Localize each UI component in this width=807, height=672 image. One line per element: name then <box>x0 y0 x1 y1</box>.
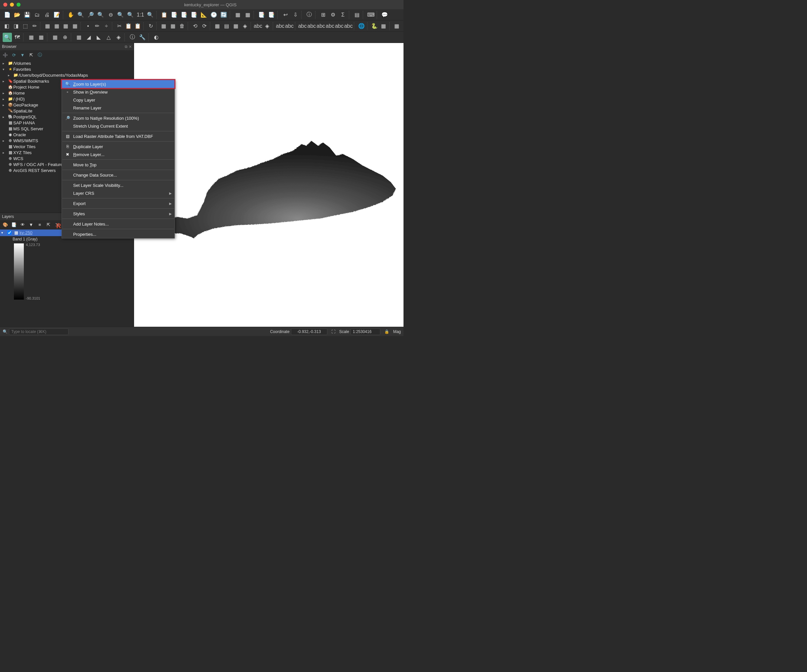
minimize-window-button[interactable] <box>10 3 14 7</box>
layer-collapse-icon[interactable]: ⇱ <box>45 222 51 228</box>
toolbar-button[interactable]: 🔍 <box>3 33 12 42</box>
toolbar-button[interactable]: ⚙ <box>328 10 338 20</box>
toolbar-button[interactable]: ▦ <box>231 22 240 31</box>
chevron-down-icon[interactable]: ▾ <box>1 231 6 235</box>
context-menu-item[interactable]: ⎘Duplicate Layer <box>62 142 174 151</box>
toolbar-button[interactable]: abc <box>298 22 307 31</box>
toolbar-button[interactable]: ⟳ <box>200 22 209 31</box>
toolbar-button[interactable]: ▦ <box>159 22 168 31</box>
toolbar-button[interactable]: ⬚ <box>21 22 30 31</box>
toolbar-button[interactable]: ⊖ <box>106 10 115 20</box>
toolbar-button[interactable]: ▦ <box>71 22 80 31</box>
chevron-icon[interactable]: ▸ <box>3 97 7 101</box>
context-menu-item[interactable]: Styles▶ <box>62 210 174 218</box>
toolbar-button[interactable]: 🗺 <box>13 33 22 42</box>
toolbar-button[interactable]: ✋ <box>66 10 75 20</box>
panel-undock-icon[interactable]: ⧉ <box>125 45 128 49</box>
toolbar-button[interactable]: 🔍 <box>96 10 105 20</box>
toolbar-button[interactable]: △ <box>104 33 113 42</box>
toolbar-button[interactable]: abc <box>335 22 344 31</box>
toolbar-button[interactable]: ÷ <box>102 22 111 31</box>
toolbar-button[interactable]: 🔄 <box>219 10 228 20</box>
toolbar-button[interactable]: ⇩ <box>291 10 300 20</box>
collapse-icon[interactable]: ⇱ <box>28 51 35 58</box>
toolbar-button[interactable]: 📝 <box>52 10 61 20</box>
toolbar-button[interactable]: ▦ <box>213 22 222 31</box>
context-menu-item[interactable]: Layer CRS▶ <box>62 189 174 197</box>
context-menu-item[interactable]: Export▶ <box>62 199 174 207</box>
context-menu-item[interactable]: ✖Remove Layer... <box>62 151 174 159</box>
layer-visibility-icon[interactable]: 👁 <box>19 222 26 228</box>
toolbar-button[interactable]: 📋 <box>159 10 169 20</box>
toolbar-button[interactable]: ▦ <box>243 10 252 20</box>
maximize-window-button[interactable] <box>17 3 20 7</box>
context-menu-item[interactable]: Move to Top <box>62 161 174 169</box>
layer-filter-icon[interactable]: ▼ <box>28 222 35 228</box>
toolbar-button[interactable]: 📋 <box>125 22 133 31</box>
toolbar-button[interactable]: ✏ <box>30 22 39 31</box>
toolbar-button[interactable]: 🔍 <box>116 10 125 20</box>
toolbar-button[interactable]: 🔍 <box>76 10 85 20</box>
toolbar-button[interactable]: ◐ <box>152 33 161 42</box>
coordinate-input[interactable] <box>291 328 327 335</box>
toolbar-button[interactable]: ◢ <box>84 33 93 42</box>
properties-icon[interactable]: ⓘ <box>37 51 43 58</box>
toolbar-button[interactable]: 🔍 <box>146 10 155 20</box>
chevron-icon[interactable]: ▸ <box>3 115 7 119</box>
locate-input[interactable] <box>9 328 68 335</box>
toolbar-button[interactable]: ▦ <box>379 22 388 31</box>
toolbar-button[interactable]: abc <box>326 22 334 31</box>
toolbar-button[interactable]: 1:1 <box>136 10 145 20</box>
toolbar-button[interactable]: ◈ <box>241 22 249 31</box>
toolbar-button[interactable]: 🔎 <box>86 10 95 20</box>
layer-styling-icon[interactable]: 🎨 <box>2 222 8 228</box>
chevron-icon[interactable]: ▸ <box>3 91 7 95</box>
toolbar-button[interactable]: ◈ <box>114 33 123 42</box>
chevron-icon[interactable]: ▸ <box>3 139 7 142</box>
toolbar-button[interactable]: 🗑 <box>178 22 186 31</box>
toolbar-button[interactable]: ↻ <box>147 22 155 31</box>
toolbar-button[interactable]: 📑 <box>179 10 189 20</box>
toolbar-button[interactable]: 🌐 <box>357 22 366 31</box>
toolbar-button[interactable]: 🗂 <box>32 10 42 20</box>
toolbar-button[interactable]: ⌨ <box>366 10 375 20</box>
add-layer-icon[interactable]: ➕ <box>2 51 8 58</box>
toolbar-button[interactable]: ▦ <box>61 22 70 31</box>
toolbar-button[interactable]: ▦ <box>50 33 60 42</box>
chevron-icon[interactable]: ▸ <box>3 61 7 65</box>
toolbar-button[interactable]: ◧ <box>3 22 11 31</box>
toolbar-button[interactable]: ▦ <box>27 33 36 42</box>
toolbar-button[interactable]: abc <box>316 22 325 31</box>
toolbar-button[interactable]: ▦ <box>43 22 52 31</box>
toolbar-button[interactable]: • <box>84 22 92 31</box>
toolbar-button[interactable]: ↩ <box>281 10 290 20</box>
toolbar-button[interactable]: abc <box>285 22 294 31</box>
context-menu-item[interactable]: Rename Layer <box>62 104 174 112</box>
layer-context-menu[interactable]: 🔍Zoom to Layer(s)▫Show in OverviewCopy L… <box>61 80 175 238</box>
context-menu-item[interactable]: 🔍Zoom to Layer(s) <box>62 80 174 88</box>
toolbar-button[interactable]: ▦ <box>233 10 242 20</box>
chevron-icon[interactable]: ▸ <box>8 73 13 77</box>
layer-visibility-checkbox[interactable] <box>7 230 12 235</box>
toolbar-button[interactable]: ◈ <box>263 22 271 31</box>
context-menu-item[interactable]: 🔎Zoom to Native Resolution (100%) <box>62 114 174 122</box>
toolbar-button[interactable]: ⓘ <box>128 33 137 42</box>
toolbar-button[interactable]: 📄 <box>3 10 12 20</box>
extents-icon[interactable]: ⛶ <box>331 329 335 334</box>
toolbar-button[interactable]: 🕐 <box>209 10 218 20</box>
toolbar-button[interactable]: abc <box>307 22 316 31</box>
toolbar-button[interactable]: ✂ <box>115 22 124 31</box>
scale-input[interactable] <box>350 328 380 335</box>
context-menu-item[interactable]: ▤Load Raster Attribute Table from VAT.DB… <box>62 132 174 140</box>
panel-close-icon[interactable]: ✕ <box>129 45 132 49</box>
toolbar-button[interactable]: ▤ <box>223 22 231 31</box>
context-menu-item[interactable]: Stretch Using Current Extent <box>62 122 174 130</box>
layer-name[interactable]: ky-250 <box>20 230 32 235</box>
browser-tree-item[interactable]: ▸📁/Volumes <box>1 60 133 66</box>
toolbar-button[interactable]: 💾 <box>23 10 32 20</box>
context-menu-item[interactable]: Copy Layer <box>62 96 174 104</box>
toolbar-button[interactable]: 💬 <box>380 10 389 20</box>
filter-icon[interactable]: ▼ <box>19 51 26 58</box>
chevron-icon[interactable]: ▸ <box>3 79 7 83</box>
toolbar-button[interactable]: 🔧 <box>138 33 147 42</box>
